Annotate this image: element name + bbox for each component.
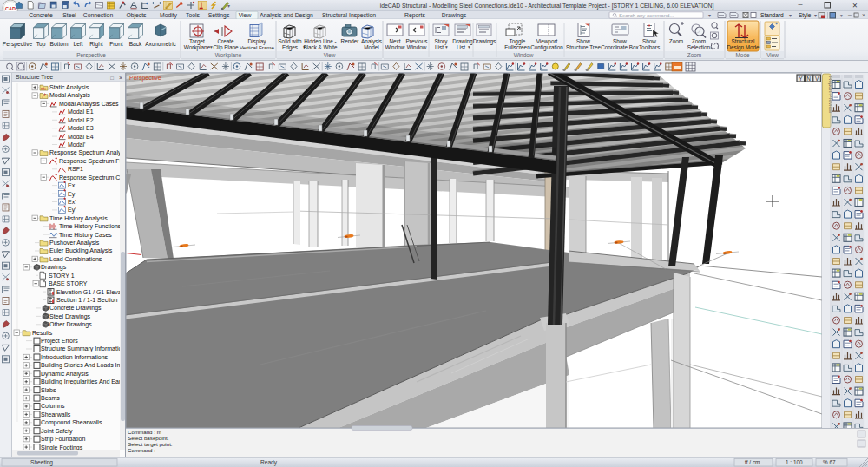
svg-text:Modal E4: Modal E4: [68, 134, 94, 140]
svg-text:RSF1: RSF1: [68, 166, 83, 172]
svg-text:Command : m: Command : m: [128, 429, 161, 435]
svg-text:▾: ▾: [840, 13, 843, 18]
svg-text:Structure Tree: Structure Tree: [16, 74, 53, 80]
svg-text:Slabs: Slabs: [41, 387, 56, 393]
svg-text:Introduction Informations: Introduction Informations: [41, 354, 108, 360]
svg-text:Toolbars: Toolbars: [639, 44, 660, 50]
svg-text:Show: Show: [642, 38, 656, 44]
svg-text:Section 1 / 1-1 Section: Section 1 / 1-1 Section: [56, 297, 118, 303]
svg-text:Reports: Reports: [404, 12, 425, 19]
svg-text:Perspective: Perspective: [76, 52, 106, 59]
svg-text:Pushover Analysis: Pushover Analysis: [49, 240, 100, 247]
svg-text:Settings: Settings: [208, 12, 230, 19]
svg-text:Time History Functions: Time History Functions: [59, 223, 122, 230]
svg-text:Modal E1: Modal E1: [68, 109, 94, 115]
svg-text:Elevation G1 / G1 Elevatio: Elevation G1 / G1 Elevatio: [56, 289, 128, 295]
svg-text:Vertical Frame: Vertical Frame: [240, 44, 274, 50]
svg-text:─: ─: [798, 2, 803, 8]
svg-text:Time History Cases: Time History Cases: [59, 232, 112, 239]
svg-text:Drawings: Drawings: [442, 12, 467, 19]
svg-text:Strip Foundation: Strip Foundation: [41, 436, 85, 443]
svg-text:Render: Render: [341, 38, 360, 44]
svg-text:Select basepoint.: Select basepoint.: [128, 435, 169, 441]
svg-text:Workplane: Workplane: [215, 52, 242, 59]
svg-text:Modal Analysis Cases: Modal Analysis Cases: [59, 101, 119, 108]
svg-text:Analysis and Design: Analysis and Design: [260, 12, 313, 19]
svg-text:Command :: Command :: [128, 447, 155, 453]
svg-text:▾: ▾: [468, 44, 470, 49]
svg-text:Beams: Beams: [41, 395, 60, 401]
svg-text:Building Stories And Loads Inf: Building Stories And Loads Infor: [41, 362, 128, 369]
svg-text:Project Errors: Project Errors: [41, 338, 78, 345]
svg-text:Right: Right: [89, 41, 103, 48]
svg-text:Standard: Standard: [760, 12, 784, 18]
svg-text:Ey': Ey': [68, 207, 76, 214]
svg-text:✕: ✕: [852, 2, 858, 10]
svg-text:Window: Window: [514, 52, 534, 58]
svg-text:Ex': Ex': [68, 199, 76, 205]
svg-text:Style: Style: [799, 12, 812, 19]
svg-text:Next: Next: [389, 38, 400, 44]
svg-text:Structural Inspection: Structural Inspection: [322, 12, 376, 19]
svg-text:Zoom: Zoom: [669, 38, 683, 44]
svg-text:Show: Show: [613, 38, 627, 44]
svg-text:Steel Drawings: Steel Drawings: [49, 313, 91, 320]
svg-text:Time History Analysis: Time History Analysis: [49, 215, 108, 222]
svg-text:Perspective: Perspective: [129, 75, 161, 82]
svg-text:tf / cm: tf / cm: [745, 459, 760, 465]
svg-text:Zoom: Zoom: [692, 38, 706, 44]
svg-text:Design Mode: Design Mode: [727, 44, 760, 51]
svg-text:Connection: Connection: [83, 12, 114, 18]
svg-text:Structure Summary Information: Structure Summary Information: [41, 345, 125, 352]
svg-text:Ey: Ey: [68, 191, 76, 198]
svg-text:▾: ▾: [789, 13, 792, 18]
svg-text:Search any command...: Search any command...: [619, 13, 674, 18]
svg-text:×: ×: [862, 12, 865, 18]
svg-text:Building Irregularities And Ea: Building Irregularities And Earth: [41, 378, 126, 385]
svg-text:Front: Front: [109, 41, 123, 47]
svg-text:Bottom: Bottom: [50, 41, 69, 47]
svg-text:Drawings: Drawings: [41, 264, 67, 271]
svg-text:N: N: [806, 76, 811, 82]
svg-text:▾: ▾: [814, 13, 817, 18]
svg-text:▾: ▾: [445, 44, 448, 49]
svg-text:Modal E3: Modal E3: [68, 125, 94, 131]
svg-text:View: View: [239, 12, 252, 18]
svg-text:Left: Left: [74, 41, 83, 47]
svg-text:Show: Show: [576, 38, 590, 44]
svg-text:Compound Shearwalls: Compound Shearwalls: [41, 419, 102, 426]
svg-text:ideCAD Structural - Modelling: ideCAD Structural - Modelling Steel Conn…: [380, 3, 714, 10]
svg-text:Concrete Drawings: Concrete Drawings: [49, 305, 102, 312]
svg-text:Concrete: Concrete: [29, 12, 53, 18]
svg-text:Black & White: Black & White: [303, 44, 338, 50]
svg-text:Structure Tree: Structure Tree: [566, 44, 601, 50]
svg-text:Configuration: Configuration: [530, 44, 563, 51]
svg-text:1 : 100: 1 : 100: [786, 459, 803, 465]
svg-text:─: ─: [847, 12, 852, 17]
svg-text:Select target point.: Select target point.: [128, 441, 173, 447]
svg-text:View: View: [766, 52, 779, 58]
svg-text:Hidden Line -: Hidden Line -: [304, 38, 336, 44]
svg-text:Dynamic Analysis: Dynamic Analysis: [41, 371, 89, 378]
svg-text:BASE STORY: BASE STORY: [49, 280, 88, 286]
svg-text:Fullscreen: Fullscreen: [504, 44, 530, 50]
svg-text:Load Combinations: Load Combinations: [49, 256, 102, 262]
svg-text:Mode: Mode: [736, 52, 750, 58]
svg-text:Zoom: Zoom: [687, 52, 701, 58]
svg-text:Modal E2: Modal E2: [68, 117, 94, 123]
svg-text:List: List: [457, 44, 465, 50]
svg-text:Modal': Modal': [68, 141, 85, 148]
svg-text:□: □: [110, 76, 114, 81]
svg-text:Tools: Tools: [186, 12, 200, 18]
svg-text:Back: Back: [129, 41, 142, 47]
svg-text:Euler Buckling Analysis: Euler Buckling Analysis: [49, 247, 113, 254]
svg-text:Modify: Modify: [160, 12, 178, 19]
svg-text:▾: ▾: [708, 13, 711, 18]
svg-text:Axonometric: Axonometric: [145, 41, 176, 47]
svg-text:Shearwalls: Shearwalls: [41, 411, 71, 418]
svg-text:Ex: Ex: [68, 182, 76, 188]
svg-text:×: ×: [119, 75, 122, 81]
svg-text:CAD: CAD: [5, 6, 16, 11]
svg-text:Response Spectrum Analysis: Response Spectrum Analysis: [49, 149, 129, 156]
svg-text:Columns: Columns: [41, 403, 65, 409]
